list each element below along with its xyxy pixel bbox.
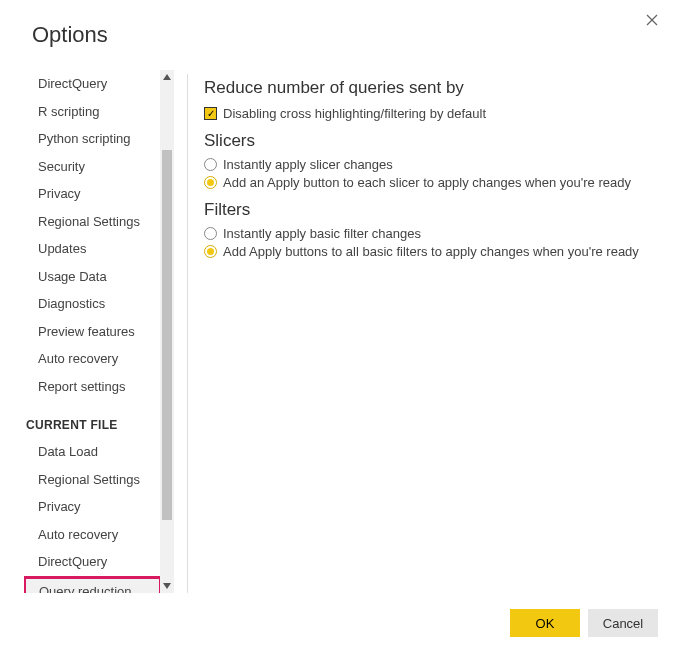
cancel-button[interactable]: Cancel [588, 609, 658, 637]
scroll-down-icon[interactable] [160, 579, 174, 593]
row-filter-instant: Instantly apply basic filter changes [204, 226, 656, 241]
dialog-footer: OK Cancel [510, 609, 658, 637]
sidebar-item-cf-auto-recovery[interactable]: Auto recovery [24, 521, 164, 549]
heading-slicers: Slicers [204, 131, 656, 151]
sidebar-item-preview-features[interactable]: Preview features [24, 318, 164, 346]
sidebar-item-diagnostics[interactable]: Diagnostics [24, 290, 164, 318]
sidebar-item-updates[interactable]: Updates [24, 235, 164, 263]
sidebar-section-current-file: CURRENT FILE [24, 400, 164, 438]
heading-filters: Filters [204, 200, 656, 220]
sidebar-content: DirectQuery R scripting Python scripting… [24, 70, 174, 593]
sidebar-item-privacy[interactable]: Privacy [24, 180, 164, 208]
label-filter-instant: Instantly apply basic filter changes [223, 226, 421, 241]
scroll-thumb[interactable] [162, 150, 172, 520]
ok-button[interactable]: OK [510, 609, 580, 637]
sidebar-item-cf-query-reduction[interactable]: Query reduction [26, 579, 159, 594]
sidebar-scrollbar[interactable] [160, 70, 174, 593]
sidebar-item-auto-recovery[interactable]: Auto recovery [24, 345, 164, 373]
label-disable-cross-highlight: Disabling cross highlighting/filtering b… [223, 106, 486, 121]
dialog-title: Options [0, 0, 676, 48]
heading-reduce-queries: Reduce number of queries sent by [204, 78, 656, 98]
row-disable-cross-highlight: ✓ Disabling cross highlighting/filtering… [204, 106, 656, 121]
radio-slicer-instant[interactable] [204, 158, 217, 171]
sidebar-item-regional-settings[interactable]: Regional Settings [24, 208, 164, 236]
highlight-box: Query reduction [24, 576, 162, 594]
sidebar: DirectQuery R scripting Python scripting… [24, 70, 174, 593]
label-slicer-instant: Instantly apply slicer changes [223, 157, 393, 172]
scroll-up-icon[interactable] [160, 70, 174, 84]
sidebar-item-directquery[interactable]: DirectQuery [24, 70, 164, 98]
sidebar-item-cf-directquery[interactable]: DirectQuery [24, 548, 164, 576]
close-icon [646, 14, 658, 26]
sidebar-item-cf-data-load[interactable]: Data Load [24, 438, 164, 466]
radio-filter-instant[interactable] [204, 227, 217, 240]
vertical-divider [187, 74, 188, 593]
sidebar-item-usage-data[interactable]: Usage Data [24, 263, 164, 291]
sidebar-item-python-scripting[interactable]: Python scripting [24, 125, 164, 153]
row-slicer-instant: Instantly apply slicer changes [204, 157, 656, 172]
label-slicer-apply: Add an Apply button to each slicer to ap… [223, 175, 631, 190]
radio-slicer-apply[interactable] [204, 176, 217, 189]
row-slicer-apply: Add an Apply button to each slicer to ap… [204, 175, 656, 190]
sidebar-item-security[interactable]: Security [24, 153, 164, 181]
options-dialog: Options DirectQuery R scripting Python s… [0, 0, 676, 651]
sidebar-item-report-settings[interactable]: Report settings [24, 373, 164, 401]
radio-filter-apply[interactable] [204, 245, 217, 258]
sidebar-item-r-scripting[interactable]: R scripting [24, 98, 164, 126]
row-filter-apply: Add Apply buttons to all basic filters t… [204, 244, 656, 259]
sidebar-item-cf-regional-settings[interactable]: Regional Settings [24, 466, 164, 494]
sidebar-item-cf-privacy[interactable]: Privacy [24, 493, 164, 521]
content-pane: Reduce number of queries sent by ✓ Disab… [174, 70, 656, 593]
close-button[interactable] [640, 8, 664, 32]
dialog-body: DirectQuery R scripting Python scripting… [24, 70, 656, 593]
checkbox-disable-cross-highlight[interactable]: ✓ [204, 107, 217, 120]
label-filter-apply: Add Apply buttons to all basic filters t… [223, 244, 639, 259]
